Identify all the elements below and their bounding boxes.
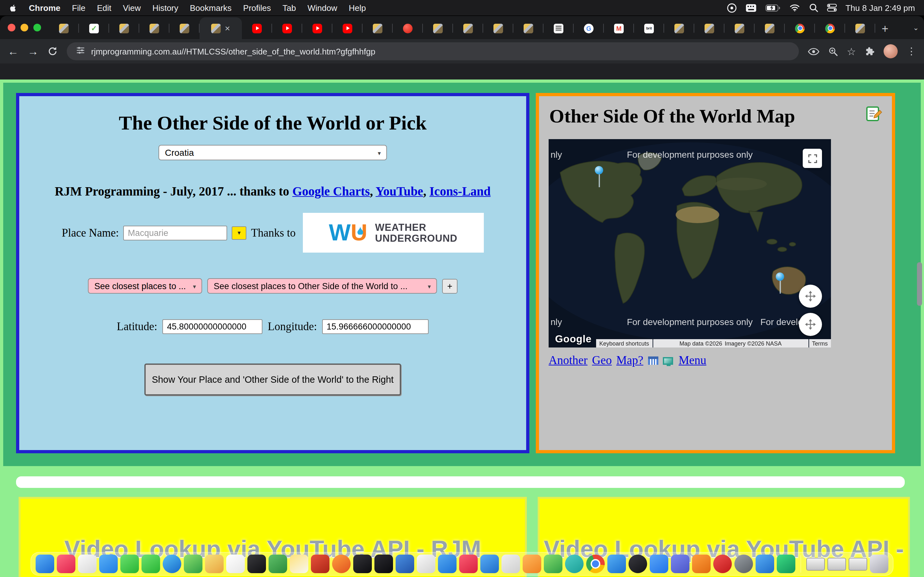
zoom-icon[interactable] — [828, 47, 838, 56]
tab[interactable] — [302, 17, 333, 39]
dock-icon-calendar[interactable] — [226, 554, 245, 573]
tab[interactable] — [393, 17, 423, 39]
tab[interactable] — [79, 17, 109, 39]
bookmark-star-icon[interactable]: ☆ — [846, 45, 856, 57]
google-charts-link[interactable]: Google Charts — [292, 185, 370, 198]
add-button[interactable]: + — [442, 279, 457, 293]
dock-icon-android-studio[interactable] — [777, 554, 795, 573]
close-window-button[interactable] — [8, 24, 15, 31]
tab[interactable] — [109, 17, 139, 39]
map-pan-button-lower[interactable] — [799, 313, 822, 336]
tab[interactable] — [543, 17, 573, 39]
tab[interactable] — [634, 17, 664, 39]
dock-icon-trash[interactable] — [870, 554, 888, 573]
extensions-puzzle-icon[interactable] — [865, 47, 875, 56]
menu-item-profiles[interactable]: Profiles — [243, 3, 271, 13]
privacy-eye-icon[interactable] — [808, 47, 819, 55]
tab[interactable] — [333, 17, 363, 39]
menu-item-help[interactable]: Help — [349, 3, 366, 13]
tab[interactable] — [573, 17, 604, 39]
tab[interactable] — [724, 17, 754, 39]
dock-icon-mail[interactable] — [99, 554, 118, 573]
dock-icon-photos-2[interactable] — [501, 554, 520, 573]
show-place-button[interactable]: Show Your Place and 'Other Side of the W… — [144, 364, 401, 396]
computer-icon[interactable] — [662, 357, 673, 364]
place-name-input[interactable] — [123, 226, 227, 240]
tab-active[interactable]: × — [200, 17, 242, 39]
menu-item-bookmarks[interactable]: Bookmarks — [190, 3, 232, 13]
input-source-icon[interactable] — [745, 3, 756, 12]
tab[interactable] — [139, 17, 170, 39]
dock-icon-keynote[interactable] — [480, 554, 499, 573]
menu-item-file[interactable]: File — [72, 3, 86, 13]
back-button[interactable]: ← — [8, 46, 19, 57]
tab[interactable] — [754, 17, 785, 39]
dock-icon-iterm[interactable] — [375, 554, 393, 573]
dock-icon-teal-app[interactable] — [565, 554, 583, 573]
map-fullscreen-button[interactable] — [803, 149, 822, 168]
dock-icon-files[interactable] — [396, 554, 414, 573]
tab[interactable] — [664, 17, 694, 39]
empty-text-input[interactable] — [16, 476, 905, 488]
building-icon[interactable] — [648, 356, 658, 365]
menu-item-history[interactable]: History — [152, 3, 178, 13]
place-dropdown-button[interactable]: ▼ — [232, 226, 246, 239]
page-scrollbar-thumb[interactable] — [917, 262, 922, 306]
tab[interactable] — [604, 17, 634, 39]
latitude-input[interactable] — [162, 319, 262, 334]
terms-link[interactable]: Terms — [809, 339, 831, 348]
tab-search-chevron-icon[interactable]: ⌄ — [913, 24, 919, 32]
spotlight-icon[interactable] — [809, 3, 818, 12]
dock-icon-bluetooth[interactable] — [756, 554, 774, 573]
youtube-link[interactable]: YouTube — [376, 185, 423, 198]
minimize-window-button[interactable] — [21, 24, 28, 31]
country-select[interactable]: Croatia — [158, 145, 387, 160]
google-map[interactable]: nly For development purposes only Fo nly… — [549, 139, 831, 348]
another-link[interactable]: Another — [549, 354, 588, 367]
url-text[interactable]: rjmprogramming.com.au//HTMLCSS/other_sid… — [91, 47, 375, 56]
dock-icon-appstore[interactable] — [438, 554, 457, 573]
longitude-input[interactable] — [322, 319, 429, 334]
menu-item-edit[interactable]: Edit — [97, 3, 111, 13]
keyboard-shortcuts-link[interactable]: Keyboard shortcuts — [596, 339, 652, 348]
tab[interactable] — [483, 17, 513, 39]
dock-icon-notes[interactable] — [290, 554, 309, 573]
closest-otherside-select[interactable]: See closest places to Other Side of the … — [207, 278, 437, 293]
notes-icon[interactable] — [866, 105, 883, 125]
dock-icon-pages[interactable] — [523, 554, 541, 573]
tab[interactable] — [453, 17, 483, 39]
menu-link[interactable]: Menu — [678, 354, 706, 367]
dock-icon-discord[interactable] — [671, 554, 690, 573]
icons-land-link[interactable]: Icons-Land — [429, 185, 491, 198]
menu-item-tab[interactable]: Tab — [283, 3, 296, 13]
dock-icon-vlc[interactable] — [692, 554, 711, 573]
menu-item-view[interactable]: View — [123, 3, 141, 13]
google-maps-logo[interactable]: Google — [555, 334, 591, 345]
dock-icon-settings[interactable] — [734, 554, 753, 573]
tab[interactable] — [845, 17, 875, 39]
closest-places-select[interactable]: See closest places to ... — [88, 278, 202, 293]
dock-icon-record[interactable] — [713, 554, 732, 573]
geo-link[interactable]: Geo — [592, 354, 612, 367]
dock-icon-photos[interactable] — [78, 554, 97, 573]
dock-icon-messages[interactable] — [120, 554, 139, 573]
wifi-icon[interactable] — [789, 4, 800, 11]
dock-icon-textedit[interactable] — [417, 554, 435, 573]
map-pin-place[interactable] — [595, 166, 604, 187]
browser-menu-kebab-icon[interactable]: ⋮ — [907, 45, 916, 57]
reload-button[interactable] — [47, 46, 58, 56]
dock-icon-chrome[interactable] — [586, 554, 605, 573]
active-app-name[interactable]: Chrome — [29, 3, 60, 13]
dock-icon-filezilla[interactable] — [311, 554, 330, 573]
tab[interactable] — [242, 17, 272, 39]
apple-menu-icon[interactable] — [9, 3, 17, 12]
dock-minimized-window[interactable] — [806, 558, 825, 570]
dock-icon-numbers[interactable] — [544, 554, 562, 573]
dock-icon-photo-booth[interactable] — [205, 554, 224, 573]
dock-icon-music-2[interactable] — [459, 554, 478, 573]
tab[interactable] — [272, 17, 302, 39]
map-question-link[interactable]: Map? — [616, 354, 643, 367]
menubar-clock[interactable]: Thu 8 Jan 2:49 pm — [845, 3, 915, 13]
dock-icon-music[interactable] — [57, 554, 75, 573]
dock-icon-finder[interactable] — [36, 554, 54, 573]
